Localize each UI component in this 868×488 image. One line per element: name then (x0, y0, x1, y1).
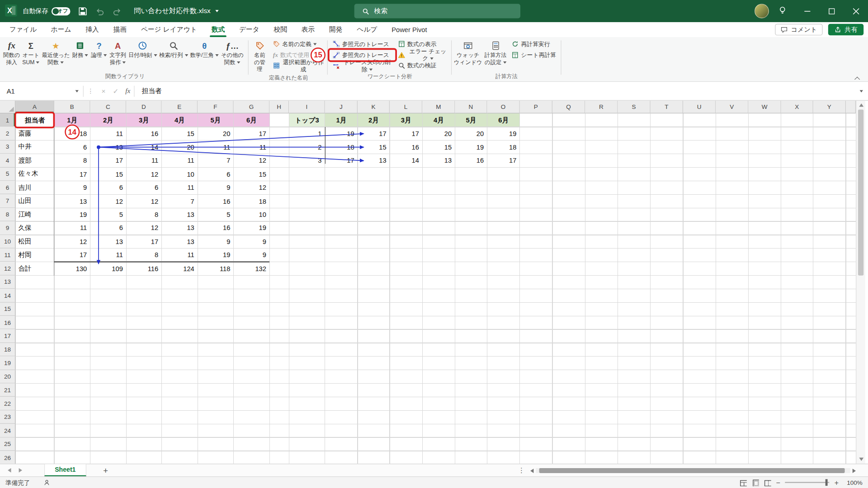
cell-M2[interactable]: 20 (422, 127, 455, 141)
scroll-right-arrow[interactable] (853, 469, 856, 473)
autosave-switch[interactable]: オフ (52, 7, 71, 15)
row-header-17[interactable]: 17 (0, 329, 15, 343)
cell-C1[interactable]: 2月 (90, 113, 127, 127)
horizontal-scrollbar[interactable] (530, 464, 856, 477)
zoom-level[interactable]: 100% (844, 479, 863, 486)
cell-D9[interactable]: 12 (126, 221, 161, 235)
cell-E9[interactable]: 13 (162, 221, 198, 235)
cell-C8[interactable]: 5 (90, 208, 127, 221)
row-header-18[interactable]: 18 (0, 343, 15, 357)
tab-開発[interactable]: 開発 (322, 22, 349, 37)
column-header-K[interactable]: K (358, 101, 390, 113)
add-sheet-button[interactable]: + (101, 465, 111, 475)
cell-J1[interactable]: 1月 (325, 113, 358, 127)
row-header-16[interactable]: 16 (0, 316, 15, 329)
cell-A12[interactable]: 合計 (15, 262, 54, 276)
workbook-title[interactable]: 問い合わせ対応件数.xlsx (134, 6, 219, 16)
recent-functions-button[interactable]: ★最近使った 関数 (41, 39, 71, 67)
cell-B5[interactable]: 17 (54, 168, 90, 181)
cell-J2[interactable]: 19 (325, 127, 358, 141)
cell-C11[interactable]: 11 (90, 249, 127, 262)
lightbulb-icon[interactable] (778, 5, 787, 16)
more-functions-button[interactable]: ƒ…その他の 関数 (220, 39, 245, 67)
cell-C4[interactable]: 17 (90, 154, 127, 168)
page-break-view-icon[interactable] (764, 479, 771, 486)
remove-arrows-button[interactable]: トレース矢印の削除 (330, 60, 394, 71)
cell-D4[interactable]: 11 (126, 154, 161, 168)
sheet-nav-left-icon[interactable] (8, 468, 11, 473)
cell-I1[interactable]: トップ3 (289, 113, 325, 127)
cell-G11[interactable]: 9 (234, 249, 270, 262)
cell-D10[interactable]: 17 (126, 235, 161, 249)
horizontal-scroll-thumb[interactable] (539, 468, 845, 473)
column-header-U[interactable]: U (683, 101, 716, 113)
accessibility-icon[interactable] (43, 479, 51, 486)
column-header-J[interactable]: J (325, 101, 358, 113)
cell-E12[interactable]: 124 (162, 262, 198, 276)
formula-bar-input[interactable]: 担当者 (135, 86, 162, 96)
cell-F2[interactable]: 20 (198, 127, 234, 141)
cell-D8[interactable]: 8 (126, 208, 161, 221)
cell-E7[interactable]: 7 (162, 194, 198, 208)
cell-F1[interactable]: 5月 (198, 113, 234, 127)
cell-O3[interactable]: 18 (487, 141, 520, 154)
vertical-scrollbar[interactable] (856, 101, 865, 464)
cell-G12[interactable]: 132 (234, 262, 270, 276)
column-header-P[interactable]: P (520, 101, 552, 113)
cell-F10[interactable]: 9 (198, 235, 234, 249)
zoom-slider[interactable] (785, 482, 830, 483)
cell-J3[interactable]: 18 (325, 141, 358, 154)
cell-C12[interactable]: 109 (90, 262, 127, 276)
normal-view-icon[interactable] (740, 479, 747, 486)
cell-N1[interactable]: 5月 (455, 113, 487, 127)
page-layout-view-icon[interactable] (752, 479, 759, 486)
cell-E11[interactable]: 11 (162, 249, 198, 262)
row-header-3[interactable]: 3 (0, 141, 15, 154)
cell-E8[interactable]: 13 (162, 208, 198, 221)
sheet-tab-sheet1[interactable]: Sheet1 (44, 464, 86, 476)
tab-ホーム[interactable]: ホーム (44, 22, 79, 37)
error-checking-button[interactable]: エラー チェック (396, 50, 450, 61)
row-header-25[interactable]: 25 (0, 437, 15, 451)
column-header-B[interactable]: B (54, 101, 90, 113)
cell-B4[interactable]: 8 (54, 154, 90, 168)
cell-D5[interactable]: 12 (126, 168, 161, 181)
cell-D3[interactable]: 14 (126, 141, 161, 154)
column-header-N[interactable]: N (455, 101, 487, 113)
column-header-H[interactable]: H (269, 101, 289, 113)
redo-icon[interactable] (113, 6, 122, 16)
cell-C10[interactable]: 13 (90, 235, 127, 249)
column-header-O[interactable]: O (487, 101, 520, 113)
cell-L1[interactable]: 3月 (390, 113, 422, 127)
tab-挿入[interactable]: 挿入 (78, 22, 106, 37)
cell-A6[interactable]: 吉川 (15, 181, 54, 194)
row-header-9[interactable]: 9 (0, 221, 15, 235)
cell-N3[interactable]: 19 (455, 141, 487, 154)
cell-D2[interactable]: 16 (126, 127, 161, 141)
use-in-formula-button[interactable]: fx数式で使用 (271, 50, 327, 61)
cell-D11[interactable]: 8 (126, 249, 161, 262)
cell-C3[interactable]: 13 (90, 141, 127, 154)
row-header-22[interactable]: 22 (0, 397, 15, 410)
column-header-S[interactable]: S (618, 101, 651, 113)
scroll-up-arrow[interactable] (859, 103, 863, 107)
select-all-corner[interactable] (0, 101, 15, 113)
cell-B7[interactable]: 13 (54, 194, 90, 208)
cell-M4[interactable]: 13 (422, 154, 455, 168)
sheet-tab-menu-icon[interactable]: ⋮ (518, 466, 525, 474)
column-header-D[interactable]: D (126, 101, 161, 113)
logical-button[interactable]: ?論理 (90, 39, 108, 60)
search-input[interactable]: 検索 (354, 4, 520, 19)
calculate-now-button[interactable]: 再計算実行 (509, 39, 558, 50)
cell-A4[interactable]: 渡部 (15, 154, 54, 168)
cell-I4[interactable]: 3 (289, 154, 325, 168)
tab-ファイル[interactable]: ファイル (2, 22, 44, 37)
row-header-15[interactable]: 15 (0, 302, 15, 316)
zoom-in-button[interactable]: + (835, 479, 839, 487)
row-header-11[interactable]: 11 (0, 249, 15, 262)
cell-N4[interactable]: 16 (455, 154, 487, 168)
cell-E6[interactable]: 11 (162, 181, 198, 194)
cell-F9[interactable]: 16 (198, 221, 234, 235)
row-header-5[interactable]: 5 (0, 168, 15, 181)
cell-J4[interactable]: 17 (325, 154, 358, 168)
